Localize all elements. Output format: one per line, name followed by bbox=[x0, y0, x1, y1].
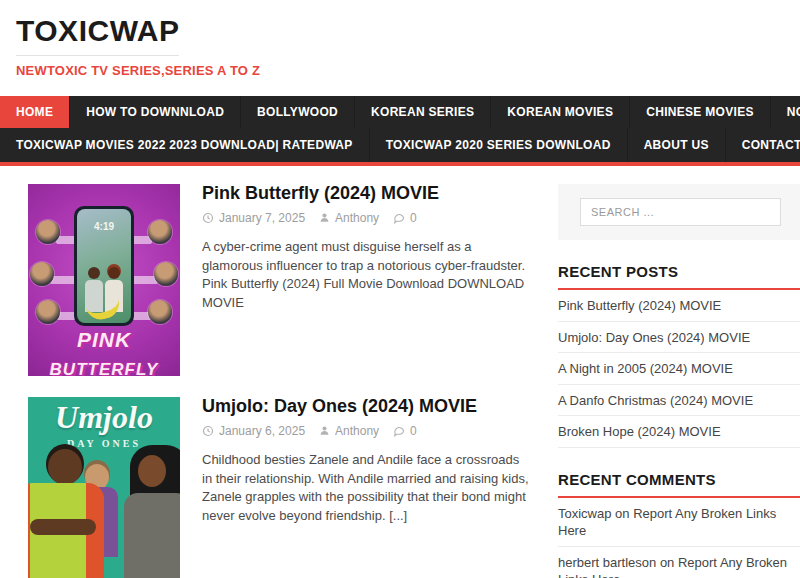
phone-graphic: 4:19 bbox=[74, 206, 134, 326]
clock-icon bbox=[202, 212, 214, 224]
figure-head bbox=[48, 449, 82, 485]
content-container: 4:19 PINK BUTTERFLY Pink Butterfly (2024… bbox=[0, 166, 800, 578]
main-navigation: HOME HOW TO DOWNNLOAD BOLLYWOOD KOREAN S… bbox=[0, 96, 800, 166]
phone-screen: 4:19 bbox=[77, 209, 131, 323]
recent-comment-link[interactable]: herbert bartleson on Report Any Broken L… bbox=[558, 547, 800, 578]
comment-icon bbox=[393, 425, 405, 437]
post-comments-count: 0 bbox=[410, 211, 417, 225]
recent-comments-title: RECENT COMMENTS bbox=[558, 471, 800, 498]
post-comments[interactable]: 0 bbox=[393, 211, 417, 225]
nav-item-korean-series[interactable]: KOREAN SERIES bbox=[355, 96, 491, 128]
cast-portrait bbox=[30, 262, 54, 286]
post-title[interactable]: Pink Butterfly (2024) MOVIE bbox=[202, 184, 536, 204]
post-pink-butterfly: 4:19 PINK BUTTERFLY Pink Butterfly (2024… bbox=[28, 184, 536, 376]
nav-item-nollywood-movies[interactable]: NOLLYWOOD MOVIES bbox=[771, 96, 800, 128]
clock-icon bbox=[202, 425, 214, 437]
search-widget bbox=[558, 184, 800, 240]
post-comments-count: 0 bbox=[410, 424, 417, 438]
poster-title-line1: Umjolo bbox=[28, 399, 180, 436]
post-author-text: Anthony bbox=[335, 424, 379, 438]
recent-posts-list: Pink Butterfly (2024) MOVIE Umjolo: Day … bbox=[558, 290, 800, 448]
recent-post-link[interactable]: Pink Butterfly (2024) MOVIE bbox=[558, 290, 800, 322]
post-body: Pink Butterfly (2024) MOVIE January 7, 2… bbox=[202, 184, 536, 376]
nav-item-bollywood[interactable]: BOLLYWOOD bbox=[241, 96, 355, 128]
nav-item-contact-us[interactable]: CONTACT US bbox=[726, 128, 800, 162]
figure-head bbox=[138, 455, 166, 487]
post-thumbnail-link[interactable]: Umjolo DAY ONES bbox=[28, 397, 180, 578]
post-author-text: Anthony bbox=[335, 211, 379, 225]
post-body: Umjolo: Day Ones (2024) MOVIE January 6,… bbox=[202, 397, 536, 578]
cast-portrait bbox=[36, 300, 60, 324]
figure-arm bbox=[30, 519, 96, 535]
cast-portrait bbox=[154, 262, 178, 286]
post-meta: January 7, 2025 Anthony 0 bbox=[202, 211, 536, 225]
nav-row-2: TOXICWAP MOVIES 2022 2023 DOWNLOAD| RATE… bbox=[0, 128, 800, 162]
cast-portrait bbox=[148, 220, 172, 244]
site-header: TOXICWAP NEWTOXIC TV SERIES,SERIES A TO … bbox=[0, 0, 800, 96]
recent-post-link[interactable]: Umjolo: Day Ones (2024) MOVIE bbox=[558, 322, 800, 354]
cast-portrait bbox=[148, 300, 172, 324]
post-comments[interactable]: 0 bbox=[393, 424, 417, 438]
comment-icon bbox=[393, 212, 405, 224]
post-date-text: January 7, 2025 bbox=[219, 211, 305, 225]
figure-body bbox=[124, 493, 180, 578]
post-date-text: January 6, 2025 bbox=[219, 424, 305, 438]
post-meta: January 6, 2025 Anthony 0 bbox=[202, 424, 536, 438]
user-icon bbox=[319, 212, 330, 223]
page: TOXICWAP NEWTOXIC TV SERIES,SERIES A TO … bbox=[0, 0, 800, 578]
post-date: January 6, 2025 bbox=[202, 424, 305, 438]
user-icon bbox=[319, 425, 330, 436]
post-author[interactable]: Anthony bbox=[319, 211, 379, 225]
site-logo[interactable]: TOXICWAP bbox=[16, 14, 179, 56]
recent-post-link[interactable]: Broken Hope (2024) MOVIE bbox=[558, 416, 800, 448]
cast-portrait bbox=[36, 220, 60, 244]
recent-posts-title: RECENT POSTS bbox=[558, 263, 800, 290]
poster-title-line1: PINK bbox=[28, 328, 180, 352]
sidebar: RECENT POSTS Pink Butterfly (2024) MOVIE… bbox=[558, 184, 800, 578]
main-column: 4:19 PINK BUTTERFLY Pink Butterfly (2024… bbox=[28, 184, 536, 578]
recent-comments-list: Toxicwap on Report Any Broken Links Here… bbox=[558, 498, 800, 578]
site-tagline: NEWTOXIC TV SERIES,SERIES A TO Z bbox=[16, 63, 800, 78]
post-title[interactable]: Umjolo: Day Ones (2024) MOVIE bbox=[202, 397, 536, 417]
nav-item-toxicwap-movies-ratedwap[interactable]: TOXICWAP MOVIES 2022 2023 DOWNLOAD| RATE… bbox=[0, 128, 370, 162]
post-thumbnail-link[interactable]: 4:19 PINK BUTTERFLY bbox=[28, 184, 180, 376]
post-author[interactable]: Anthony bbox=[319, 424, 379, 438]
post-excerpt: A cyber-crime agent must disguise hersel… bbox=[202, 238, 532, 313]
phone-clock-text: 4:19 bbox=[77, 221, 131, 232]
recent-post-link[interactable]: A Danfo Christmas (2024) MOVIE bbox=[558, 385, 800, 417]
search-input[interactable] bbox=[580, 198, 781, 226]
poster-title-line2: BUTTERFLY bbox=[28, 360, 180, 376]
post-date: January 7, 2025 bbox=[202, 211, 305, 225]
pink-butterfly-poster-image: 4:19 PINK BUTTERFLY bbox=[28, 184, 180, 376]
post-umjolo-day-ones: Umjolo DAY ONES Umjolo: Day Ones (2024) … bbox=[28, 397, 536, 578]
recent-post-link[interactable]: A Night in 2005 (2024) MOVIE bbox=[558, 353, 800, 385]
post-excerpt: Childhood besties Zanele and Andile face… bbox=[202, 451, 532, 526]
nav-item-chinese-movies[interactable]: CHINESE MOVIES bbox=[630, 96, 771, 128]
nav-item-2020-series-download[interactable]: TOXICWAP 2020 SERIES DOWNLOAD bbox=[370, 128, 628, 162]
nav-row-1: HOME HOW TO DOWNNLOAD BOLLYWOOD KOREAN S… bbox=[0, 96, 800, 128]
nav-item-about-us[interactable]: ABOUT US bbox=[628, 128, 726, 162]
recent-comment-link[interactable]: Toxicwap on Report Any Broken Links Here bbox=[558, 498, 800, 547]
umjolo-poster-image: Umjolo DAY ONES bbox=[28, 397, 180, 578]
nav-item-home[interactable]: HOME bbox=[0, 96, 70, 128]
nav-item-how-to-download[interactable]: HOW TO DOWNNLOAD bbox=[70, 96, 241, 128]
nav-item-korean-movies[interactable]: KOREAN MOVIES bbox=[491, 96, 630, 128]
